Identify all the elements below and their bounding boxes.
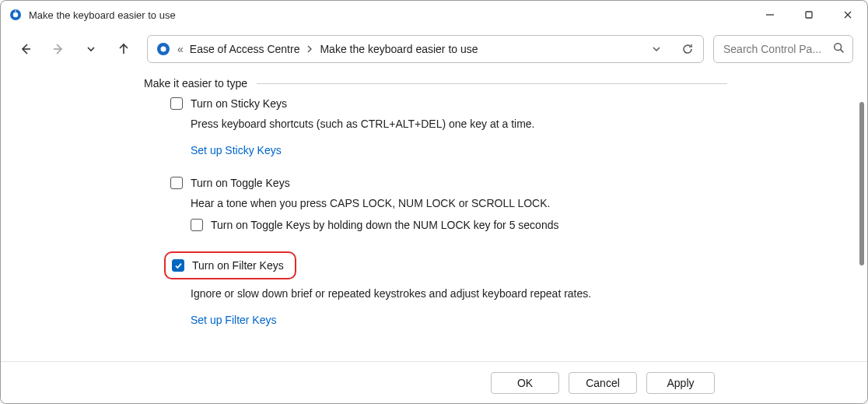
sticky-keys-link[interactable]: Set up Sticky Keys [191, 144, 282, 156]
recent-locations-dropdown[interactable] [83, 41, 99, 57]
breadcrumb[interactable]: « Ease of Access Centre Make the keyboar… [147, 35, 704, 63]
app-icon [9, 8, 23, 22]
cancel-button[interactable]: Cancel [569, 372, 637, 394]
toggle-keys-label[interactable]: Turn on Toggle Keys [191, 177, 290, 189]
up-button[interactable] [116, 41, 131, 57]
toggle-keys-numlock-checkbox[interactable] [191, 219, 203, 231]
window-title: Make the keyboard easier to use [29, 9, 176, 21]
svg-point-11 [835, 44, 842, 51]
toggle-keys-block: Turn on Toggle Keys Hear a tone when you… [170, 177, 727, 231]
svg-point-1 [13, 12, 18, 17]
ok-button[interactable]: OK [491, 372, 559, 394]
sticky-keys-block: Turn on Sticky Keys Press keyboard short… [170, 97, 727, 156]
svg-line-12 [841, 50, 844, 53]
apply-button[interactable]: Apply [646, 372, 715, 394]
svg-rect-3 [806, 12, 812, 18]
filter-keys-label[interactable]: Turn on Filter Keys [192, 259, 284, 272]
filter-keys-highlight: Turn on Filter Keys [164, 251, 296, 279]
close-button[interactable] [828, 1, 867, 29]
titlebar: Make the keyboard easier to use [1, 1, 867, 29]
sticky-keys-desc: Press keyboard shortcuts (such as CTRL+A… [191, 118, 727, 130]
filter-keys-desc: Ignore or slow down brief or repeated ke… [191, 287, 727, 300]
scrollbar-thumb[interactable] [859, 102, 864, 265]
dialog-button-bar: OK Cancel Apply [1, 361, 867, 403]
forward-button[interactable] [51, 41, 66, 57]
search-icon[interactable] [833, 42, 845, 56]
divider [257, 83, 727, 84]
search-box[interactable] [713, 35, 853, 63]
filter-keys-checkbox[interactable] [172, 259, 184, 272]
filter-keys-link[interactable]: Set up Filter Keys [191, 314, 277, 326]
toggle-keys-desc: Hear a tone when you press CAPS LOCK, NU… [191, 197, 727, 209]
svg-point-10 [161, 47, 166, 52]
toolbar: « Ease of Access Centre Make the keyboar… [1, 29, 867, 72]
search-input[interactable] [722, 42, 827, 56]
breadcrumb-seg-keyboard[interactable]: Make the keyboard easier to use [320, 43, 478, 55]
toggle-keys-checkbox[interactable] [170, 177, 183, 189]
minimize-button[interactable] [751, 1, 789, 29]
back-button[interactable] [18, 41, 33, 57]
maximize-button[interactable] [789, 1, 828, 29]
breadcrumb-history-chevrons[interactable]: « [177, 43, 184, 55]
chevron-right-icon [306, 43, 313, 55]
sticky-keys-checkbox[interactable] [170, 97, 183, 110]
filter-keys-block: Turn on Filter Keys Ignore or slow down … [170, 251, 727, 326]
control-panel-icon [156, 41, 171, 57]
toggle-keys-numlock-label[interactable]: Turn on Toggle Keys by holding down the … [211, 219, 558, 231]
sticky-keys-label[interactable]: Turn on Sticky Keys [191, 97, 287, 110]
breadcrumb-seg-ease-of-access[interactable]: Ease of Access Centre [190, 43, 300, 55]
breadcrumb-dropdown[interactable] [649, 41, 664, 57]
refresh-button[interactable] [680, 41, 695, 57]
section-title: Make it easier to type [144, 77, 247, 90]
vertical-scrollbar[interactable] [856, 102, 864, 358]
